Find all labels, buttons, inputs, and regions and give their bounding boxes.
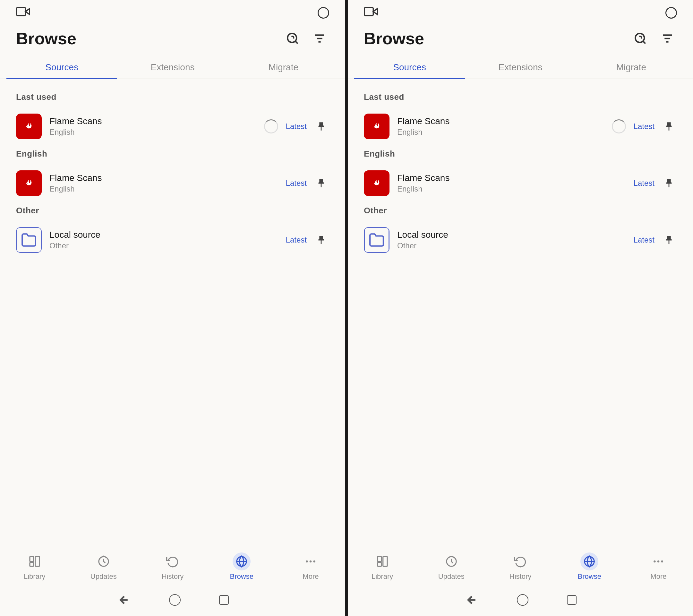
source-actions: Latest <box>634 175 677 191</box>
pin-button[interactable] <box>661 175 677 191</box>
source-name: Flame Scans <box>50 173 278 183</box>
svg-line-18 <box>643 41 646 44</box>
svg-line-2 <box>295 41 298 44</box>
loading-spinner <box>612 119 626 134</box>
status-bar <box>0 0 345 22</box>
svg-rect-16 <box>364 7 373 16</box>
flame-scans-info-last: Flame Scans English <box>50 116 256 137</box>
local-source-info: Local source Other <box>397 230 626 250</box>
page-title: Browse <box>364 29 424 48</box>
pin-button[interactable] <box>313 232 329 248</box>
svg-point-29 <box>658 561 659 562</box>
flame-scans-info-last: Flame Scans English <box>397 116 604 137</box>
tab-sources[interactable]: Sources <box>6 55 117 79</box>
nav-browse[interactable]: Browse <box>207 549 276 584</box>
local-source-icon <box>16 227 42 253</box>
section-other: Other <box>6 202 339 221</box>
source-name: Flame Scans <box>50 116 256 126</box>
pin-button[interactable] <box>661 232 677 248</box>
nav-browse[interactable]: Browse <box>555 549 624 584</box>
svg-point-14 <box>310 561 311 562</box>
list-item[interactable]: Flame Scans English Latest <box>354 164 687 202</box>
source-lang: Other <box>50 241 278 250</box>
source-badge: Latest <box>634 122 654 131</box>
filter-button[interactable] <box>658 29 677 48</box>
nav-library[interactable]: Library <box>0 549 69 584</box>
flame-scans-info-en: Flame Scans English <box>50 173 278 194</box>
tab-extensions[interactable]: Extensions <box>117 55 228 79</box>
status-indicator <box>666 7 677 19</box>
svg-rect-6 <box>30 557 34 561</box>
svg-rect-8 <box>35 557 39 566</box>
tab-sources[interactable]: Sources <box>354 55 465 79</box>
section-last-used: Last used <box>6 89 339 107</box>
back-button[interactable] <box>464 593 478 607</box>
list-item[interactable]: Flame Scans English Latest <box>354 107 687 146</box>
right-screen: Browse <box>348 0 693 616</box>
local-source-icon <box>364 227 390 253</box>
source-badge: Latest <box>286 236 307 244</box>
library-icon <box>26 553 44 571</box>
tab-migrate[interactable]: Migrate <box>228 55 339 79</box>
filter-button[interactable] <box>310 29 329 48</box>
list-item[interactable]: Flame Scans English Latest <box>6 107 339 146</box>
nav-library-label: Library <box>372 572 393 581</box>
list-item[interactable]: Flame Scans English Latest <box>6 164 339 202</box>
svg-rect-23 <box>378 562 381 566</box>
tab-extensions[interactable]: Extensions <box>465 55 576 79</box>
content: Last used Flame Scans English Latest <box>348 79 693 544</box>
browse-icon <box>233 553 251 571</box>
nav-history[interactable]: History <box>486 549 555 584</box>
section-other: Other <box>354 202 687 221</box>
recents-button[interactable] <box>219 595 229 605</box>
pin-button[interactable] <box>313 175 329 191</box>
svg-rect-24 <box>383 557 387 566</box>
history-icon <box>164 553 182 571</box>
svg-point-28 <box>654 561 655 562</box>
status-indicator <box>318 7 329 19</box>
nav-more[interactable]: More <box>276 549 345 584</box>
flame-scans-icon-en <box>16 171 42 196</box>
nav-updates[interactable]: Updates <box>69 549 138 584</box>
nav-more-label: More <box>650 572 666 581</box>
loading-spinner <box>264 119 278 134</box>
search-button[interactable] <box>283 29 302 48</box>
section-last-used: Last used <box>354 89 687 107</box>
home-button[interactable] <box>169 594 181 606</box>
nav-history[interactable]: History <box>138 549 207 584</box>
header: Browse <box>0 22 345 55</box>
source-lang: English <box>397 128 604 137</box>
system-nav <box>348 587 693 616</box>
nav-browse-label: Browse <box>578 572 601 581</box>
section-english: English <box>354 146 687 164</box>
nav-more[interactable]: More <box>624 549 693 584</box>
svg-point-15 <box>314 561 315 562</box>
source-name: Flame Scans <box>397 116 604 126</box>
svg-point-1 <box>288 33 296 42</box>
source-actions: Latest <box>634 118 677 135</box>
nav-library[interactable]: Library <box>348 549 417 584</box>
home-button[interactable] <box>517 594 529 606</box>
search-button[interactable] <box>631 29 650 48</box>
nav-updates[interactable]: Updates <box>417 549 486 584</box>
content: Last used Flame Scans English Latest <box>0 79 345 544</box>
history-icon <box>511 553 529 571</box>
list-item[interactable]: Local source Other Latest <box>354 221 687 259</box>
library-icon <box>373 553 391 571</box>
source-badge: Latest <box>286 179 307 188</box>
svg-rect-7 <box>30 562 34 566</box>
back-button[interactable] <box>117 593 131 607</box>
pin-button[interactable] <box>661 118 677 135</box>
more-icon <box>302 553 320 571</box>
recents-button[interactable] <box>567 595 576 605</box>
bottom-nav: Library Updates History Browse <box>348 544 693 587</box>
flame-scans-icon-en <box>364 171 390 196</box>
source-badge: Latest <box>634 179 654 188</box>
pin-button[interactable] <box>313 118 329 135</box>
source-lang: English <box>50 128 256 137</box>
list-item[interactable]: Local source Other Latest <box>6 221 339 259</box>
source-actions: Latest <box>286 175 329 191</box>
tab-migrate[interactable]: Migrate <box>576 55 687 79</box>
page-title: Browse <box>16 29 76 48</box>
svg-rect-0 <box>17 7 26 16</box>
